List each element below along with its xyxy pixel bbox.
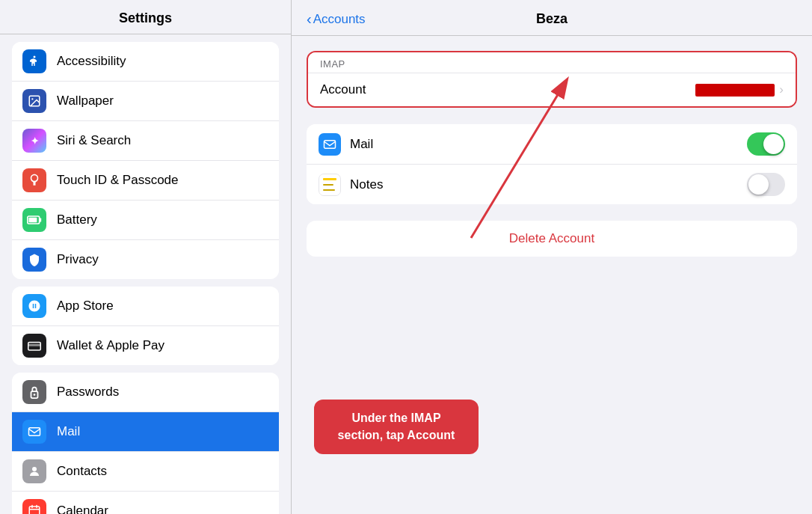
mail-icon <box>22 420 46 444</box>
page-title: Beza <box>536 11 568 27</box>
main-header: ‹ Accounts Beza <box>292 0 812 36</box>
sidebar-item-battery[interactable]: Battery <box>12 201 279 240</box>
delete-section: Delete Account <box>307 221 797 257</box>
mail-toggle-label: Mail <box>350 137 747 152</box>
imap-section: IMAP Account ■■■■■■■■■■ › <box>307 51 797 108</box>
sidebar-group-middle: App Store Wallet & Apple Pay <box>12 287 279 365</box>
svg-rect-10 <box>29 428 40 436</box>
sidebar-item-label-wallpaper: Wallpaper <box>57 94 114 108</box>
sidebar-item-label-contacts: Contacts <box>57 464 107 479</box>
touchid-icon <box>22 168 46 192</box>
sidebar-item-wallet[interactable]: Wallet & Apple Pay <box>12 326 279 365</box>
calendar-icon <box>22 499 46 514</box>
sidebar-item-label-wallet: Wallet & Apple Pay <box>57 338 164 353</box>
sidebar-item-label-appstore: App Store <box>57 299 114 313</box>
sidebar-item-label-touchid: Touch ID & Passcode <box>57 173 179 188</box>
sidebar-item-siri[interactable]: ✦ Siri & Search <box>12 121 279 161</box>
privacy-icon <box>22 248 46 272</box>
sidebar-item-privacy[interactable]: Privacy <box>12 240 279 279</box>
notes-toggle-label: Notes <box>350 177 747 192</box>
delete-account-button[interactable]: Delete Account <box>307 221 797 257</box>
accessibility-icon <box>22 49 46 73</box>
main-content: ‹ Accounts Beza IMAP Account ■■■■■■■■■■ … <box>292 0 812 514</box>
mail-toggle[interactable] <box>747 132 785 156</box>
sidebar-item-accessibility[interactable]: Accessibility <box>12 42 279 82</box>
mail-toggle-row[interactable]: Mail <box>307 124 797 165</box>
back-label[interactable]: Accounts <box>313 12 366 27</box>
sidebar-item-label-calendar: Calendar <box>57 504 108 514</box>
sidebar-item-label-accessibility: Accessibility <box>57 54 126 69</box>
back-button[interactable]: ‹ Accounts <box>307 10 366 28</box>
sidebar-item-calendar[interactable]: Calendar <box>12 492 279 514</box>
notes-toggle-icon <box>319 174 341 196</box>
chevron-right-icon: › <box>779 82 784 97</box>
callout-box: Under the IMAP section, tap Account <box>314 400 479 454</box>
account-row[interactable]: Account ■■■■■■■■■■ › <box>308 73 796 106</box>
sidebar-item-label-siri: Siri & Search <box>57 133 131 148</box>
main-body: IMAP Account ■■■■■■■■■■ › Mail <box>292 36 812 514</box>
toggles-section: Mail Notes <box>307 124 797 204</box>
sidebar-item-contacts[interactable]: Contacts <box>12 452 279 492</box>
account-redacted-value: ■■■■■■■■■■ <box>695 84 775 97</box>
mail-toggle-icon <box>319 133 341 156</box>
battery-icon <box>22 208 46 232</box>
account-row-label: Account <box>320 82 695 97</box>
svg-rect-5 <box>29 218 37 223</box>
notes-toggle[interactable] <box>747 173 785 196</box>
sidebar-item-label-privacy: Privacy <box>57 252 99 267</box>
passwords-icon <box>22 380 46 404</box>
sidebar-item-mail[interactable]: Mail <box>12 412 279 452</box>
sidebar-item-label-passwords: Passwords <box>57 385 119 400</box>
account-row-value: ■■■■■■■■■■ <box>695 83 775 97</box>
contacts-icon <box>22 459 46 483</box>
svg-rect-12 <box>29 507 40 514</box>
svg-rect-4 <box>40 218 42 222</box>
sidebar: Settings Accessibility Wallpaper ✦ Siri … <box>0 0 292 514</box>
sidebar-title: Settings <box>0 0 291 34</box>
wallet-icon <box>22 334 46 358</box>
svg-point-0 <box>34 56 36 58</box>
notes-toggle-row[interactable]: Notes <box>307 165 797 204</box>
notes-toggle-thumb <box>748 174 769 195</box>
sidebar-item-passwords[interactable]: Passwords <box>12 373 279 412</box>
chevron-left-icon: ‹ <box>307 10 312 28</box>
sidebar-item-appstore[interactable]: App Store <box>12 287 279 326</box>
svg-rect-7 <box>28 344 41 346</box>
wallpaper-icon <box>22 89 46 113</box>
svg-rect-13 <box>325 140 336 148</box>
svg-point-2 <box>31 98 33 100</box>
svg-point-9 <box>34 394 36 396</box>
sidebar-item-label-battery: Battery <box>57 212 97 227</box>
svg-point-11 <box>32 467 37 471</box>
sidebar-item-wallpaper[interactable]: Wallpaper <box>12 82 279 121</box>
sidebar-item-touchid[interactable]: Touch ID & Passcode <box>12 161 279 201</box>
appstore-icon <box>22 294 46 318</box>
callout-text: Under the IMAP section, tap Account <box>338 411 455 441</box>
sidebar-group-top: Accessibility Wallpaper ✦ Siri & Search … <box>12 42 279 279</box>
sidebar-group-bottom: Passwords Mail Contacts Calendar <box>12 373 279 514</box>
mail-toggle-thumb <box>763 134 784 154</box>
imap-section-label: IMAP <box>308 52 796 73</box>
sidebar-item-label-mail: Mail <box>57 424 80 439</box>
delete-account-label: Delete Account <box>509 231 594 246</box>
siri-icon: ✦ <box>22 129 46 153</box>
sidebar-list: Accessibility Wallpaper ✦ Siri & Search … <box>0 34 291 514</box>
